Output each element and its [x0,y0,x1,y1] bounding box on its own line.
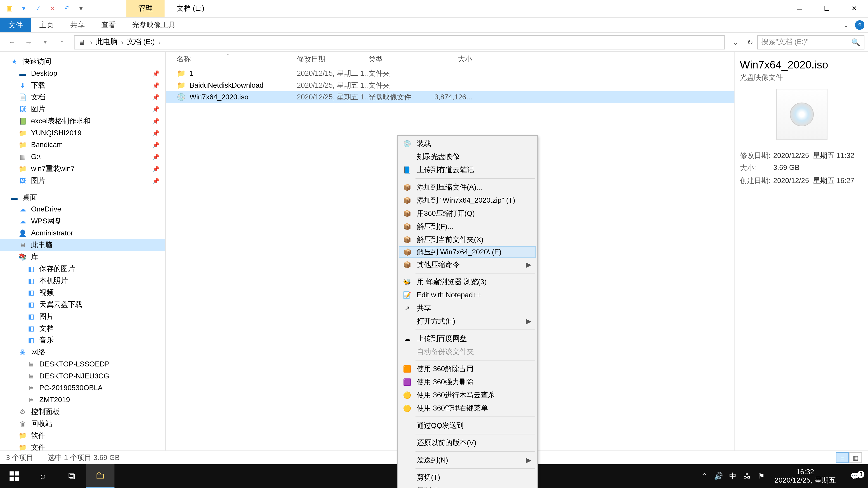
context-menu-item[interactable]: 📘上传到有道云笔记 [399,163,536,176]
tree-item[interactable]: 🖥DESKTOP-LSSOEDP [0,358,165,370]
ribbon-tab-disc-tools[interactable]: 光盘映像工具 [124,18,184,32]
taskbar-clock[interactable]: 16:32 2020/12/25, 星期五 [769,468,842,484]
tree-item[interactable]: ◧保存的图片 [0,263,165,275]
security-icon[interactable]: ⚑ [754,472,769,480]
tray-overflow-icon[interactable]: ⌃ [697,472,711,480]
context-menu-item[interactable]: 📦解压到当前文件夹(X) [399,233,536,246]
file-row[interactable]: 💿Win7x64_2020.iso 2020/12/25, 星期五 1... 光… [166,91,735,103]
context-menu-item[interactable]: 📦添加到压缩文件(A)... [399,181,536,194]
breadcrumb[interactable]: 🖥 › 此电脑 › 文档 (E:) › [74,35,725,49]
tree-item[interactable]: 📁win7重装win7📌 [0,163,165,175]
taskbar-explorer[interactable]: 🗀 [86,464,115,488]
file-row[interactable]: 📁BaiduNetdiskDownload 2020/12/25, 星期五 1.… [166,79,735,91]
context-menu-item[interactable]: 打开方式(H)▶ [399,315,536,328]
navigation-tree[interactable]: ★快速访问 ▬Desktop📌⬇下载📌📄文档📌🖼图片📌📗excel表格制作求和📌… [0,52,166,450]
refresh-button[interactable]: ↻ [743,38,757,46]
minimize-button[interactable]: ─ [786,0,813,17]
file-row[interactable]: 📁1 2020/12/15, 星期二 1... 文件夹 [166,67,735,79]
tree-item[interactable]: 📁软件 [0,430,165,442]
view-details-button[interactable]: ≡ [836,452,849,463]
tree-item[interactable]: ☁WPS网盘 [0,215,165,227]
nav-recent-button[interactable]: ▾ [38,35,53,49]
context-menu-item[interactable]: 复制(C) [399,484,536,488]
context-menu-item[interactable]: 🟡使用 360进行木马云查杀 [399,389,536,402]
tree-item[interactable]: 🖥ZMT2019 [0,394,165,406]
context-menu-item[interactable]: 📦添加到 "Win7x64_2020.zip" (T) [399,194,536,207]
address-dropdown[interactable]: ⌄ [728,38,743,46]
context-menu-item[interactable]: 刻录光盘映像 [399,150,536,163]
tree-item[interactable]: ⬇下载📌 [0,79,165,91]
tree-item[interactable]: ◧图片 [0,311,165,322]
tree-item[interactable]: ◧视频 [0,287,165,299]
tree-item[interactable]: 🖥DESKTOP-NJEU3CG [0,370,165,382]
context-menu-item[interactable]: 📦解压到 Win7x64_2020\ (E) [399,246,536,258]
context-menu-item[interactable]: 🟧使用 360解除占用 [399,362,536,376]
chevron-right-icon[interactable]: › [156,38,163,46]
column-header-date[interactable]: 修改日期 [297,54,368,64]
start-button[interactable] [0,464,29,488]
volume-icon[interactable]: 🔊 [711,472,725,480]
tree-item[interactable]: 📁YUNQISHI2019📌 [0,127,165,139]
tree-item[interactable]: 📁Bandicam📌 [0,139,165,151]
search-icon[interactable]: 🔍 [851,38,860,46]
chevron-right-icon[interactable]: › [119,38,126,46]
tree-item[interactable]: ◧天翼云盘下载 [0,298,165,311]
tree-item[interactable]: 📁文件 [0,442,165,451]
tree-item[interactable]: 🖼图片📌 [0,175,165,187]
chevron-right-icon[interactable]: › [88,38,95,46]
task-view-button[interactable]: ⧉ [57,464,86,488]
tree-item[interactable]: ▬Desktop📌 [0,67,165,79]
context-menu-item[interactable]: 📝Edit with Notepad++ [399,288,536,301]
context-menu-item[interactable]: 📦用360压缩打开(Q) [399,207,536,220]
tree-quick-access[interactable]: ★快速访问 [0,55,165,67]
tree-item[interactable]: 🖥PC-20190530OBLA [0,382,165,394]
network-icon[interactable]: 🖧 [740,472,754,480]
tree-item[interactable]: 👤Administrator [0,227,165,239]
context-menu-item[interactable]: 还原以前的版本(V) [399,436,536,449]
context-menu-item[interactable]: 🟡使用 360管理右键菜单 [399,402,536,415]
context-menu-item[interactable]: 通过QQ发送到 [399,419,536,432]
qat-more[interactable]: ▾ [74,2,88,15]
breadcrumb-root[interactable]: 此电脑 [95,37,119,47]
undo-icon[interactable]: ↶ [60,2,73,15]
context-menu-item[interactable]: ☁上传到百度网盘 [399,332,536,345]
context-menu-item[interactable]: 📦其他压缩命令▶ [399,258,536,271]
help-icon[interactable]: ? [855,20,864,30]
nav-back-button[interactable]: ← [5,35,19,49]
ribbon-tab-home[interactable]: 主页 [31,18,62,32]
tree-item[interactable]: 🖼图片📌 [0,103,165,115]
delete-icon[interactable]: ✕ [46,2,59,15]
close-button[interactable]: ✕ [841,0,868,17]
nav-forward-button[interactable]: → [22,35,36,49]
ribbon-tab-file[interactable]: 文件 [0,18,31,32]
context-menu-item[interactable]: 💿装载 [399,137,536,150]
action-center-button[interactable]: 💬 3 [842,472,868,480]
tree-item[interactable]: 📄文档📌 [0,91,165,103]
context-menu-item[interactable]: 📦解压到(F)... [399,220,536,233]
ribbon-tab-view[interactable]: 查看 [93,18,124,32]
tree-item[interactable]: ◧本机照片 [0,275,165,287]
tree-item[interactable]: 🗑回收站 [0,418,165,430]
ribbon-tab-share[interactable]: 共享 [62,18,93,32]
context-menu-item[interactable]: 发送到(N)▶ [399,453,536,466]
column-header-size[interactable]: 大小 [430,54,478,64]
breadcrumb-loc[interactable]: 文档 (E:) [126,37,156,47]
tree-item[interactable]: ◧音乐 [0,334,165,346]
maximize-button[interactable]: ☐ [813,0,840,17]
context-menu-item[interactable]: ↗共享 [399,302,536,315]
column-header-name[interactable]: 名称 [166,54,297,64]
tree-network[interactable]: 🖧网络 [0,346,165,358]
tree-item[interactable]: 🖥此电脑 [0,239,165,251]
ime-indicator[interactable]: 中 [725,471,740,481]
search-button[interactable]: ⌕ [29,464,57,488]
tree-item[interactable]: 📗excel表格制作求和📌 [0,115,165,127]
save-icon[interactable]: ✓ [32,2,45,15]
search-input[interactable]: 搜索"文档 (E:)" 🔍 [757,35,864,49]
tree-item[interactable]: ▦G:\📌 [0,151,165,163]
ribbon-expand-button[interactable]: ⌄ [843,21,849,29]
tree-desktop[interactable]: ▬桌面 [0,191,165,203]
qat-item[interactable]: ▾ [17,2,30,15]
context-menu-item[interactable]: 🐝用 蜂蜜浏览器 浏览(3) [399,275,536,288]
nav-up-button[interactable]: ↑ [55,35,69,49]
tree-item[interactable]: ☁OneDrive [0,203,165,215]
